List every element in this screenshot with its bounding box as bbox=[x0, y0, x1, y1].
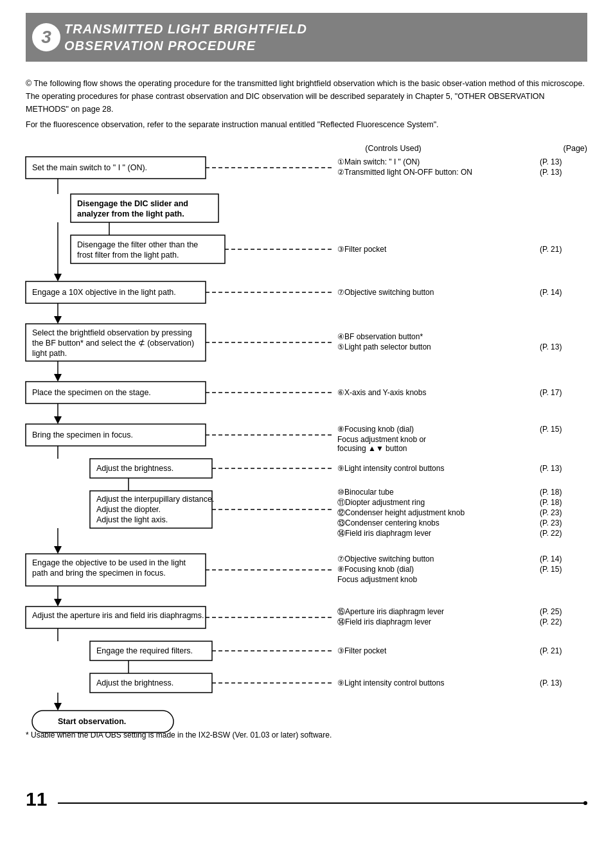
svg-text:(P. 15): (P. 15) bbox=[540, 565, 562, 574]
chapter-title: TRANSMITTED LIGHT BRIGHTFIELD OBSERVATIO… bbox=[64, 21, 307, 54]
svg-text:Adjust the aperture iris and f: Adjust the aperture iris and field iris … bbox=[32, 611, 204, 620]
svg-text:⑭Field iris diaphragm lever: ⑭Field iris diaphragm lever bbox=[337, 529, 431, 538]
svg-text:path and bring the specimen in: path and bring the specimen in focus. bbox=[32, 569, 166, 578]
svg-text:frost filter from the light pa: frost filter from the light path. bbox=[77, 251, 179, 260]
footer-dot bbox=[583, 801, 587, 805]
svg-text:(P. 17): (P. 17) bbox=[540, 388, 562, 397]
flowchart: Set the main switch to " I " (ON). ①Main… bbox=[26, 157, 587, 718]
svg-text:⑮Aperture iris diaphragm lever: ⑮Aperture iris diaphragm lever bbox=[337, 607, 444, 616]
svg-text:⑩Binocular tube: ⑩Binocular tube bbox=[337, 488, 394, 497]
svg-text:light path.: light path. bbox=[32, 349, 67, 358]
svg-text:Disengage the DIC slider and: Disengage the DIC slider and bbox=[77, 199, 188, 208]
svg-text:⑧Focusing knob (dial): ⑧Focusing knob (dial) bbox=[337, 565, 414, 574]
svg-text:⑬Condenser centering knobs: ⑬Condenser centering knobs bbox=[337, 518, 440, 527]
svg-marker-74 bbox=[54, 546, 62, 554]
svg-text:⑨Light intensity control butto: ⑨Light intensity control buttons bbox=[337, 678, 444, 687]
svg-text:⑧Focusing knob (dial): ⑧Focusing knob (dial) bbox=[337, 425, 414, 434]
svg-text:(P. 25): (P. 25) bbox=[540, 607, 562, 616]
svg-text:⑦Objective switching button: ⑦Objective switching button bbox=[337, 554, 434, 563]
page-container: 3 TRANSMITTED LIGHT BRIGHTFIELD OBSERVAT… bbox=[0, 0, 613, 836]
svg-text:(P. 22): (P. 22) bbox=[540, 617, 562, 626]
svg-text:(P. 21): (P. 21) bbox=[540, 646, 562, 655]
svg-text:⑤Light path selector button: ⑤Light path selector button bbox=[337, 342, 431, 351]
svg-text:③Filter pocket: ③Filter pocket bbox=[337, 646, 387, 655]
svg-text:⑫Condenser height adjustment k: ⑫Condenser height adjustment knob bbox=[337, 508, 465, 517]
chapter-number: 3 bbox=[32, 23, 60, 51]
svg-text:analyzer from the light path.: analyzer from the light path. bbox=[77, 209, 184, 218]
page-number: 11 bbox=[26, 788, 47, 810]
footer-line bbox=[58, 802, 587, 804]
svg-text:⑨Light intensity control butto: ⑨Light intensity control buttons bbox=[337, 464, 444, 473]
svg-marker-19 bbox=[54, 274, 62, 281]
svg-text:⑪Diopter adjustment ring: ⑪Diopter adjustment ring bbox=[337, 498, 425, 507]
svg-text:③Filter pocket: ③Filter pocket bbox=[337, 245, 387, 254]
svg-text:Start observation.: Start observation. bbox=[58, 717, 126, 726]
svg-text:(P. 15): (P. 15) bbox=[540, 425, 562, 434]
svg-text:the BF button* and select the : the BF button* and select the ⊄ (observa… bbox=[32, 339, 194, 348]
svg-text:⑭Field iris diaphragm lever: ⑭Field iris diaphragm lever bbox=[337, 617, 431, 626]
svg-text:focusing ▲▼ button: focusing ▲▼ button bbox=[337, 444, 407, 453]
svg-text:Engage the required filters.: Engage the required filters. bbox=[96, 646, 193, 655]
svg-text:(P. 13): (P. 13) bbox=[540, 678, 562, 687]
svg-text:Engage a 10X objective in the : Engage a 10X objective in the light path… bbox=[32, 288, 176, 297]
svg-text:(P. 13): (P. 13) bbox=[540, 342, 562, 351]
svg-text:Adjust the brightness.: Adjust the brightness. bbox=[96, 464, 173, 473]
svg-text:⑥X-axis and Y-axis knobs: ⑥X-axis and Y-axis knobs bbox=[337, 388, 426, 397]
svg-text:(P. 21): (P. 21) bbox=[540, 245, 562, 254]
svg-text:(P. 14): (P. 14) bbox=[540, 554, 562, 563]
svg-text:(P. 13): (P. 13) bbox=[540, 157, 562, 166]
svg-text:(P. 13): (P. 13) bbox=[540, 168, 562, 177]
copyright-symbol: © bbox=[26, 79, 31, 88]
svg-text:Select the brightfield observa: Select the brightfield observation by pr… bbox=[32, 328, 192, 337]
chapter-header: 3 TRANSMITTED LIGHT BRIGHTFIELD OBSERVAT… bbox=[26, 13, 587, 62]
svg-text:Adjust the diopter.: Adjust the diopter. bbox=[96, 505, 161, 514]
svg-text:⑦Objective switching button: ⑦Objective switching button bbox=[337, 288, 434, 297]
svg-text:(P. 22): (P. 22) bbox=[540, 529, 562, 538]
svg-marker-43 bbox=[54, 416, 62, 424]
svg-marker-85 bbox=[54, 599, 62, 607]
svg-text:Adjust the interpupillary dist: Adjust the interpupillary distance. bbox=[96, 495, 214, 504]
svg-text:(P. 18): (P. 18) bbox=[540, 498, 562, 507]
svg-text:(P. 18): (P. 18) bbox=[540, 488, 562, 497]
svg-text:(P. 23): (P. 23) bbox=[540, 518, 562, 527]
svg-marker-106 bbox=[54, 703, 62, 711]
svg-marker-26 bbox=[54, 316, 62, 324]
svg-text:(P. 14): (P. 14) bbox=[540, 288, 562, 297]
svg-text:Disengage the filter other tha: Disengage the filter other than the bbox=[77, 240, 198, 249]
svg-text:①Main switch: " I " (ON): ①Main switch: " I " (ON) bbox=[337, 157, 420, 166]
page-footer: 11 bbox=[26, 778, 587, 810]
svg-text:(P. 23): (P. 23) bbox=[540, 508, 562, 517]
svg-text:Adjust the brightness.: Adjust the brightness. bbox=[96, 678, 173, 687]
svg-text:Focus adjustment knob: Focus adjustment knob bbox=[337, 575, 417, 584]
controls-used-header: (Controls Used) bbox=[244, 144, 542, 153]
svg-text:Bring the specimen in focus.: Bring the specimen in focus. bbox=[32, 430, 133, 439]
flow-diagram-svg: Set the main switch to " I " (ON). ①Main… bbox=[26, 157, 587, 716]
svg-text:Focus adjustment knob or: Focus adjustment knob or bbox=[337, 435, 426, 444]
svg-text:(P. 13): (P. 13) bbox=[540, 464, 562, 473]
svg-text:④BF observation button*: ④BF observation button* bbox=[337, 332, 423, 341]
page-header: (Page) bbox=[542, 144, 587, 153]
column-headers: (Controls Used) (Page) bbox=[26, 144, 587, 153]
svg-text:Adjust the light axis.: Adjust the light axis. bbox=[96, 515, 168, 524]
svg-text:②Transmitted light ON-OFF butt: ②Transmitted light ON-OFF button: ON bbox=[337, 168, 472, 177]
svg-text:Engage the objective to be use: Engage the objective to be used in the l… bbox=[32, 558, 186, 567]
svg-marker-36 bbox=[54, 374, 62, 382]
svg-text:Place the specimen on the stag: Place the specimen on the stage. bbox=[32, 388, 151, 397]
intro-text: © The following flow shows the operating… bbox=[26, 77, 587, 131]
svg-text:Set the main switch to " I " (: Set the main switch to " I " (ON). bbox=[32, 163, 147, 172]
